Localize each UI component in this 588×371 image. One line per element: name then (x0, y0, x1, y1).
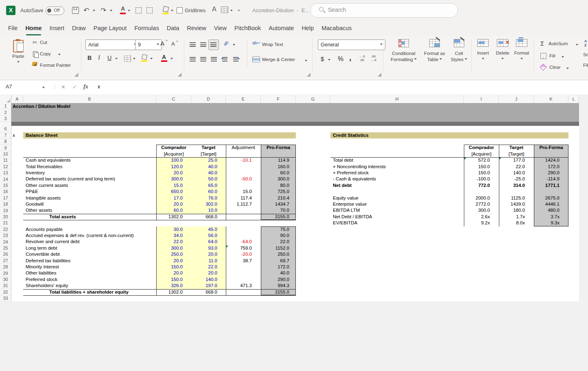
cs-row-14-proforma[interactable]: -114.9 (534, 176, 560, 182)
number-launcher-icon[interactable] (378, 73, 381, 77)
clipboard-launcher-icon[interactable] (74, 73, 78, 77)
fill-color-icon[interactable] (142, 54, 147, 60)
column-header-H[interactable]: H (330, 95, 464, 103)
cs-row-18-proforma[interactable]: 4446.1 (534, 201, 560, 207)
row-header-32[interactable]: 32 (0, 289, 11, 295)
bs-row-18-adjustment[interactable]: 1,112.7 (226, 201, 252, 207)
bs-row-15-label[interactable]: Other current assets (23, 182, 156, 189)
bs-row-17-adjustment[interactable]: 117.4 (226, 195, 252, 201)
bs-header-col2a[interactable]: Target (191, 145, 226, 151)
qat-font-color-icon[interactable]: A (121, 5, 125, 12)
cs-row-17-acquirer[interactable]: 2000.0 (464, 195, 490, 201)
copy-label[interactable]: Copy (40, 51, 51, 56)
bs-row-23-proforma[interactable]: 90.0 (261, 233, 289, 239)
row-header-16[interactable]: 16 (0, 189, 11, 195)
row-header-28[interactable]: 28 (0, 264, 11, 270)
orientation-dropdown-icon[interactable] (233, 44, 235, 47)
column-header-J[interactable]: J (499, 95, 534, 103)
underline-dropdown-icon[interactable] (115, 58, 118, 61)
row-header-21[interactable]: 21 (0, 220, 11, 226)
cs-row-12-acquirer[interactable]: 150.0 (464, 164, 490, 170)
bs-row-11-proforma[interactable]: 114.9 (261, 157, 289, 163)
bs-row-15-acquirer[interactable]: 15.0 (156, 182, 183, 189)
cut-label[interactable]: Cut (40, 40, 47, 45)
bs-row-26-acquirer[interactable]: 250.0 (156, 251, 183, 257)
row-header-3[interactable]: 3 (0, 116, 11, 122)
enter-icon[interactable]: ✓ (72, 84, 77, 90)
cs-row-14-label[interactable]: - Cash & equivalents (330, 176, 464, 182)
row-header-1[interactable]: 1 (0, 103, 11, 109)
bs-row-28-label[interactable]: Minority Interest (23, 264, 156, 270)
tab-data[interactable]: Data (167, 21, 179, 36)
bs-row-24-label[interactable]: Revolver and current debt (23, 239, 156, 245)
bs-row-29-acquirer[interactable]: 20.0 (156, 270, 183, 276)
bs-row-12-proforma[interactable]: 160.0 (261, 164, 289, 170)
bs-row-17-target[interactable]: 76.0 (191, 195, 217, 201)
row-header-15[interactable]: 15 (0, 182, 11, 189)
bs-row-27-acquirer[interactable]: 20.0 (156, 258, 183, 264)
cs-header-col1a[interactable]: Comprador (464, 145, 499, 151)
paste-options-grid-icon[interactable] (221, 7, 228, 13)
font-color-dropdown-icon[interactable] (170, 58, 173, 61)
cs-row-15-label[interactable]: Net debt (330, 182, 464, 189)
bs-header-col1a[interactable]: Comprador (156, 145, 191, 151)
wrap-text-label[interactable]: Wrap Text (262, 42, 283, 47)
row-header-19[interactable]: 19 (0, 207, 11, 213)
underline-icon[interactable]: U (107, 55, 111, 61)
name-box-dropdown-icon[interactable] (42, 87, 45, 90)
cs-row-17-proforma[interactable]: 2675.0 (534, 195, 560, 201)
tab-macabacus[interactable]: Macabacus (321, 21, 352, 36)
bs-row-23-acquirer[interactable]: 34.0 (156, 233, 183, 239)
italic-icon[interactable]: I (98, 55, 100, 61)
bs-row-27-proforma[interactable]: 69.7 (261, 258, 289, 264)
bs-row-24-proforma[interactable]: 22.0 (261, 239, 289, 245)
insert-cells-button[interactable]: ← Insert (474, 39, 492, 62)
row-header-17[interactable]: 17 (0, 195, 11, 201)
bs-row-27-adjustment[interactable]: 38.7 (226, 258, 252, 264)
row-header-12[interactable]: 12 (0, 164, 11, 170)
shrink-font-icon[interactable]: A (171, 41, 175, 47)
cs-row-20-proforma[interactable]: 3.7x (534, 214, 560, 220)
sheet-title[interactable]: Accretion / Dilution Model (13, 103, 70, 110)
bs-row-14-acquirer[interactable]: 300.0 (156, 176, 183, 182)
alignment-launcher-icon[interactable] (307, 73, 310, 77)
tab-help[interactable]: Help (302, 21, 314, 36)
grow-font-icon[interactable]: A (160, 40, 164, 47)
font-size-combo[interactable]: 9 (135, 40, 162, 50)
bs-row-16-proforma[interactable]: 725.0 (261, 189, 289, 195)
row-header-31[interactable]: 31 (0, 283, 11, 289)
column-header-E[interactable]: E (226, 95, 261, 103)
bs-header-col2b[interactable]: [Target] (191, 151, 226, 157)
cs-row-15-acquirer[interactable]: 772.0 (464, 182, 490, 189)
font-name-combo[interactable]: Arial (85, 40, 139, 50)
bs-row-19-acquirer[interactable]: 60.0 (156, 207, 183, 213)
cs-row-12-target[interactable]: 22.0 (499, 164, 525, 170)
format-painter-label[interactable]: Format Painter (40, 63, 71, 68)
cs-row-17-label[interactable]: Equity value (330, 195, 464, 201)
comma-style-icon[interactable]: , (349, 53, 352, 62)
bs-row-25-label[interactable]: Long term debt (23, 245, 156, 251)
bs-row-26-target[interactable]: 20.0 (191, 251, 217, 257)
bs-row-23-target[interactable]: 56.0 (191, 233, 217, 239)
bs-row-17-acquirer[interactable]: 17.0 (156, 195, 183, 201)
bs-row-20-proforma[interactable]: 3155.0 (261, 214, 289, 220)
cut-icon[interactable]: ✂ (33, 39, 37, 46)
bs-row-28-acquirer[interactable]: 150.0 (156, 264, 183, 270)
row-header-10[interactable]: 10 (0, 151, 11, 157)
cancel-icon[interactable]: ✕ (61, 84, 66, 90)
find-select-label-partial[interactable]: Fil (583, 63, 588, 68)
bs-row-16-target[interactable]: 60.0 (191, 189, 217, 195)
autosum-label[interactable]: AutoSum (549, 41, 568, 46)
autosave-toggle[interactable]: Off (46, 7, 64, 15)
bs-row-27-target[interactable]: 11.0 (191, 258, 217, 264)
bs-row-11-adjustment[interactable]: -10.1 (226, 157, 252, 163)
bs-header-col3[interactable]: Adjustment (226, 145, 261, 151)
cs-header-col2a[interactable]: Target (499, 145, 534, 151)
bs-row-28-target[interactable]: 22.0 (191, 264, 217, 270)
row-header-29[interactable]: 29 (0, 270, 11, 276)
bs-row-26-label[interactable]: Convertible debt (23, 251, 156, 257)
row-header-6[interactable]: 6 (0, 126, 11, 132)
row-header-14[interactable]: 14 (0, 176, 11, 182)
bs-row-25-target[interactable]: 93.0 (191, 245, 217, 251)
align-bottom-selected[interactable] (208, 40, 219, 50)
